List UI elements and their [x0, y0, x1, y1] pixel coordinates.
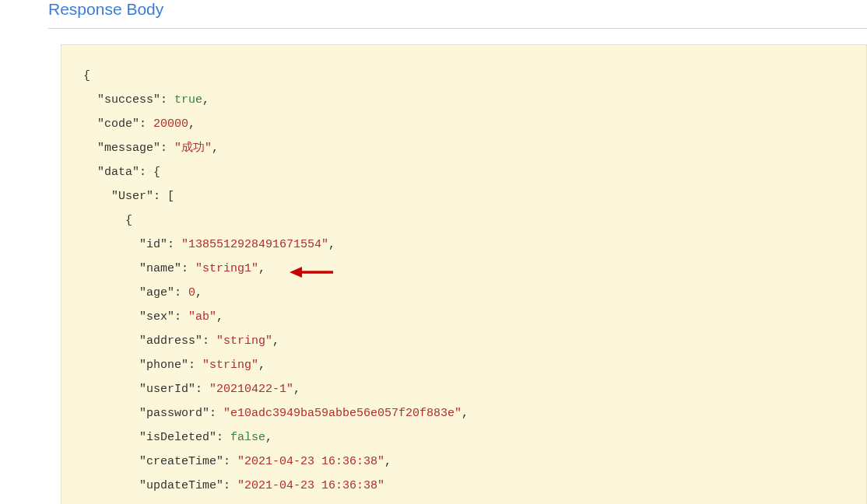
json-line: "id": "1385512928491671554",: [83, 233, 844, 257]
json-key: "address": [139, 334, 202, 348]
json-value: "e10adc3949ba59abbe56e057f20f883e": [223, 407, 462, 420]
section-divider: [48, 28, 867, 29]
json-key: "createTime": [139, 455, 223, 468]
json-line: "userId": "20210422-1",: [83, 377, 844, 401]
json-key: "phone": [139, 359, 188, 372]
json-line: {: [83, 208, 844, 233]
json-value: true: [174, 93, 202, 107]
json-key: "sex": [139, 310, 174, 324]
json-value: "1385512928491671554": [181, 238, 328, 251]
json-value: "2021-04-23 16:36:38": [237, 479, 384, 492]
json-line: "createTime": "2021-04-23 16:36:38",: [83, 450, 844, 474]
json-key: "userId": [139, 383, 195, 396]
json-line: "data": {: [83, 160, 844, 184]
json-value: "成功": [174, 142, 212, 155]
json-key: "id": [139, 238, 167, 251]
json-value: "ab": [188, 310, 216, 324]
json-line: "User": [: [83, 184, 844, 208]
json-key: "message": [97, 142, 160, 155]
json-value: "string": [202, 359, 258, 372]
json-value: 0: [188, 286, 195, 299]
json-key: "success": [97, 93, 160, 107]
json-value: false: [230, 431, 265, 444]
json-line: "name": "string1",: [83, 257, 844, 281]
json-key: "updateTime": [139, 479, 223, 492]
json-key: "name": [139, 262, 181, 275]
json-line: "age": 0,: [83, 281, 844, 305]
json-line: "code": 20000,: [83, 112, 844, 136]
json-line: "message": "成功",: [83, 136, 844, 160]
json-key: "age": [139, 286, 174, 299]
json-value: "string": [216, 334, 272, 348]
json-line: "password": "e10adc3949ba59abbe56e057f20…: [83, 401, 844, 425]
json-line: "success": true,: [83, 88, 844, 112]
section-title: Response Body: [39, 0, 867, 19]
json-key: "password": [139, 407, 209, 420]
json-value: "2021-04-23 16:36:38": [237, 455, 384, 468]
response-body-container: Response Body { "success": true, "code":…: [0, 0, 867, 504]
json-value: 20000: [153, 117, 188, 131]
brace-open: {: [83, 69, 90, 82]
json-line: {: [83, 64, 844, 88]
json-value: "string1": [195, 262, 258, 275]
json-line: "isDeleted": false,: [83, 425, 844, 450]
json-line: "updateTime": "2021-04-23 16:36:38": [83, 474, 844, 498]
json-key: "data": [97, 166, 139, 179]
json-code-panel: { "success": true, "code": 20000, "messa…: [61, 44, 867, 504]
json-key: "isDeleted": [139, 431, 216, 444]
json-value: "20210422-1": [209, 383, 293, 396]
json-line: "address": "string",: [83, 329, 844, 353]
json-line: "phone": "string",: [83, 353, 844, 377]
json-line: "sex": "ab",: [83, 305, 844, 329]
json-key: "User": [111, 190, 153, 203]
json-line: }: [83, 498, 844, 504]
json-key: "code": [97, 117, 139, 131]
